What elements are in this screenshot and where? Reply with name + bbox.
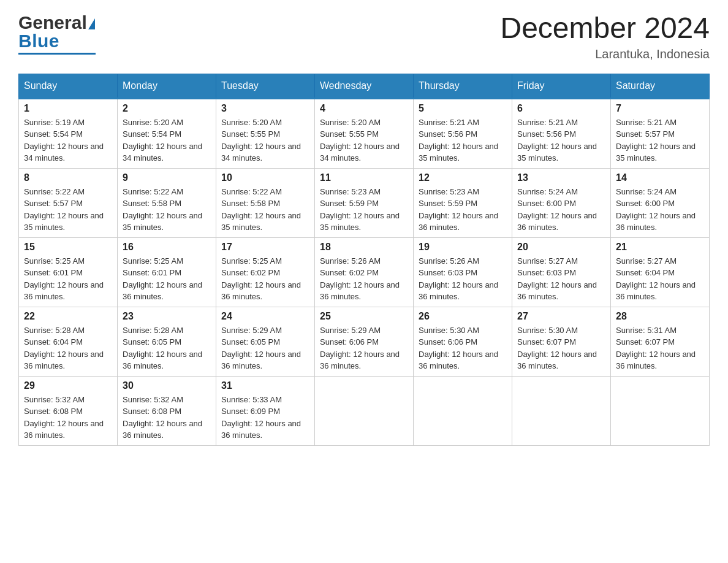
day-number: 30 [123, 380, 211, 391]
day-info: Sunrise: 5:26 AM Sunset: 6:02 PM Dayligh… [320, 255, 408, 303]
day-number: 18 [320, 242, 408, 253]
day-info: Sunrise: 5:32 AM Sunset: 6:08 PM Dayligh… [24, 394, 112, 442]
logo-underline [18, 53, 96, 55]
header-row: Sunday Monday Tuesday Wednesday Thursday… [19, 74, 710, 98]
day-number: 16 [123, 242, 211, 253]
day-info: Sunrise: 5:27 AM Sunset: 6:04 PM Dayligh… [616, 255, 704, 303]
calendar-week-row: 29 Sunrise: 5:32 AM Sunset: 6:08 PM Dayl… [19, 376, 710, 445]
day-info: Sunrise: 5:22 AM Sunset: 5:58 PM Dayligh… [123, 186, 211, 234]
calendar-cell: 24 Sunrise: 5:29 AM Sunset: 6:05 PM Dayl… [216, 307, 315, 376]
calendar-cell: 9 Sunrise: 5:22 AM Sunset: 5:58 PM Dayli… [118, 168, 216, 237]
day-number: 26 [419, 311, 507, 322]
calendar-cell: 2 Sunrise: 5:20 AM Sunset: 5:54 PM Dayli… [118, 98, 216, 168]
calendar-week-row: 1 Sunrise: 5:19 AM Sunset: 5:54 PM Dayli… [19, 98, 710, 168]
day-number: 19 [419, 242, 507, 253]
day-info: Sunrise: 5:21 AM Sunset: 5:57 PM Dayligh… [616, 117, 704, 164]
calendar-cell: 10 Sunrise: 5:22 AM Sunset: 5:58 PM Dayl… [216, 168, 315, 237]
day-info: Sunrise: 5:30 AM Sunset: 6:06 PM Dayligh… [419, 324, 507, 372]
calendar-title: December 2024 [500, 12, 710, 45]
day-info: Sunrise: 5:20 AM Sunset: 5:55 PM Dayligh… [221, 117, 309, 164]
calendar-cell [512, 376, 611, 445]
calendar-table: Sunday Monday Tuesday Wednesday Thursday… [18, 74, 710, 446]
calendar-cell: 29 Sunrise: 5:32 AM Sunset: 6:08 PM Dayl… [19, 376, 118, 445]
day-number: 2 [123, 103, 211, 114]
calendar-cell: 4 Sunrise: 5:20 AM Sunset: 5:55 PM Dayli… [315, 98, 414, 168]
col-friday: Friday [512, 74, 611, 98]
day-info: Sunrise: 5:29 AM Sunset: 6:06 PM Dayligh… [320, 324, 408, 372]
day-info: Sunrise: 5:25 AM Sunset: 6:01 PM Dayligh… [123, 255, 211, 303]
calendar-cell: 25 Sunrise: 5:29 AM Sunset: 6:06 PM Dayl… [315, 307, 414, 376]
col-wednesday: Wednesday [315, 74, 414, 98]
day-info: Sunrise: 5:30 AM Sunset: 6:07 PM Dayligh… [517, 324, 605, 372]
day-info: Sunrise: 5:29 AM Sunset: 6:05 PM Dayligh… [221, 324, 309, 372]
day-info: Sunrise: 5:33 AM Sunset: 6:09 PM Dayligh… [221, 394, 309, 442]
col-tuesday: Tuesday [216, 74, 315, 98]
col-sunday: Sunday [19, 74, 118, 98]
calendar-cell: 30 Sunrise: 5:32 AM Sunset: 6:08 PM Dayl… [118, 376, 216, 445]
calendar-header: Sunday Monday Tuesday Wednesday Thursday… [19, 74, 710, 98]
day-number: 4 [320, 103, 408, 114]
calendar-cell: 27 Sunrise: 5:30 AM Sunset: 6:07 PM Dayl… [512, 307, 611, 376]
day-info: Sunrise: 5:20 AM Sunset: 5:55 PM Dayligh… [320, 117, 408, 164]
day-number: 14 [616, 172, 704, 183]
day-info: Sunrise: 5:23 AM Sunset: 5:59 PM Dayligh… [320, 186, 408, 234]
calendar-cell: 21 Sunrise: 5:27 AM Sunset: 6:04 PM Dayl… [611, 237, 710, 307]
day-number: 9 [123, 172, 211, 183]
calendar-cell: 26 Sunrise: 5:30 AM Sunset: 6:06 PM Dayl… [414, 307, 512, 376]
day-number: 13 [517, 172, 605, 183]
calendar-cell: 20 Sunrise: 5:27 AM Sunset: 6:03 PM Dayl… [512, 237, 611, 307]
day-number: 22 [24, 311, 112, 322]
day-info: Sunrise: 5:26 AM Sunset: 6:03 PM Dayligh… [419, 255, 507, 303]
day-info: Sunrise: 5:32 AM Sunset: 6:08 PM Dayligh… [123, 394, 211, 442]
day-info: Sunrise: 5:25 AM Sunset: 6:01 PM Dayligh… [24, 255, 112, 303]
calendar-week-row: 8 Sunrise: 5:22 AM Sunset: 5:57 PM Dayli… [19, 168, 710, 237]
calendar-cell: 1 Sunrise: 5:19 AM Sunset: 5:54 PM Dayli… [19, 98, 118, 168]
calendar-cell: 18 Sunrise: 5:26 AM Sunset: 6:02 PM Dayl… [315, 237, 414, 307]
day-info: Sunrise: 5:21 AM Sunset: 5:56 PM Dayligh… [517, 117, 605, 164]
day-number: 7 [616, 103, 704, 114]
col-monday: Monday [118, 74, 216, 98]
logo-triangle-icon [88, 18, 95, 29]
day-info: Sunrise: 5:28 AM Sunset: 6:05 PM Dayligh… [123, 324, 211, 372]
col-thursday: Thursday [414, 74, 512, 98]
day-number: 27 [517, 311, 605, 322]
calendar-cell: 22 Sunrise: 5:28 AM Sunset: 6:04 PM Dayl… [19, 307, 118, 376]
day-number: 11 [320, 172, 408, 183]
day-info: Sunrise: 5:22 AM Sunset: 5:57 PM Dayligh… [24, 186, 112, 234]
calendar-cell: 7 Sunrise: 5:21 AM Sunset: 5:57 PM Dayli… [611, 98, 710, 168]
day-number: 6 [517, 103, 605, 114]
day-number: 20 [517, 242, 605, 253]
logo: General Blue [18, 12, 96, 55]
day-number: 28 [616, 311, 704, 322]
col-saturday: Saturday [611, 74, 710, 98]
calendar-cell [315, 376, 414, 445]
calendar-cell: 8 Sunrise: 5:22 AM Sunset: 5:57 PM Dayli… [19, 168, 118, 237]
day-number: 15 [24, 242, 112, 253]
day-number: 5 [419, 103, 507, 114]
day-info: Sunrise: 5:24 AM Sunset: 6:00 PM Dayligh… [616, 186, 704, 234]
day-info: Sunrise: 5:21 AM Sunset: 5:56 PM Dayligh… [419, 117, 507, 164]
calendar-cell: 12 Sunrise: 5:23 AM Sunset: 5:59 PM Dayl… [414, 168, 512, 237]
day-number: 12 [419, 172, 507, 183]
calendar-cell: 19 Sunrise: 5:26 AM Sunset: 6:03 PM Dayl… [414, 237, 512, 307]
logo-general: General [18, 12, 87, 33]
calendar-cell: 3 Sunrise: 5:20 AM Sunset: 5:55 PM Dayli… [216, 98, 315, 168]
day-number: 1 [24, 103, 112, 114]
day-info: Sunrise: 5:27 AM Sunset: 6:03 PM Dayligh… [517, 255, 605, 303]
calendar-week-row: 15 Sunrise: 5:25 AM Sunset: 6:01 PM Dayl… [19, 237, 710, 307]
day-number: 10 [221, 172, 309, 183]
calendar-cell [414, 376, 512, 445]
calendar-cell: 11 Sunrise: 5:23 AM Sunset: 5:59 PM Dayl… [315, 168, 414, 237]
day-number: 17 [221, 242, 309, 253]
day-number: 24 [221, 311, 309, 322]
day-info: Sunrise: 5:28 AM Sunset: 6:04 PM Dayligh… [24, 324, 112, 372]
day-number: 23 [123, 311, 211, 322]
day-info: Sunrise: 5:20 AM Sunset: 5:54 PM Dayligh… [123, 117, 211, 164]
day-number: 8 [24, 172, 112, 183]
logo-blue: Blue [18, 31, 59, 52]
day-number: 31 [221, 380, 309, 391]
calendar-body: 1 Sunrise: 5:19 AM Sunset: 5:54 PM Dayli… [19, 98, 710, 445]
calendar-cell: 13 Sunrise: 5:24 AM Sunset: 6:00 PM Dayl… [512, 168, 611, 237]
day-number: 3 [221, 103, 309, 114]
calendar-cell: 14 Sunrise: 5:24 AM Sunset: 6:00 PM Dayl… [611, 168, 710, 237]
